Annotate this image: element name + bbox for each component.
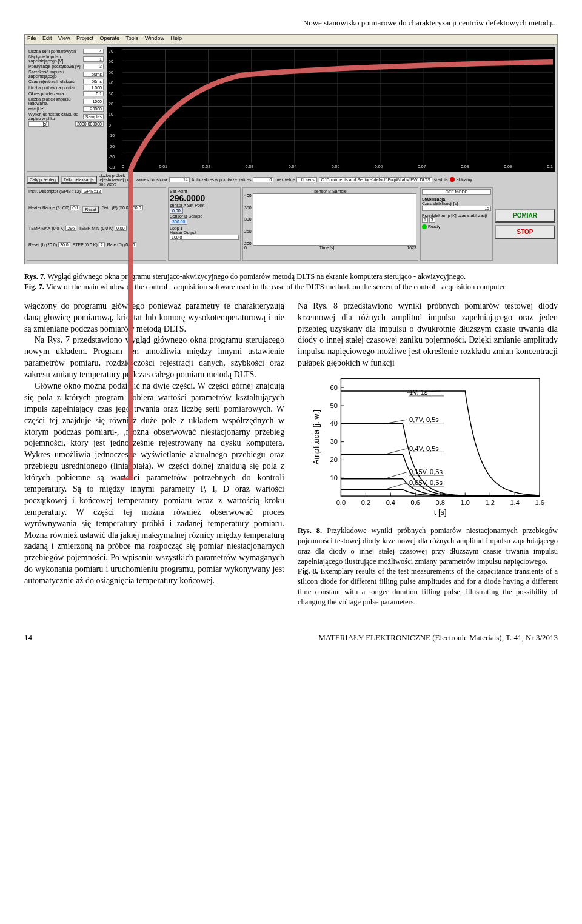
svg-text:t [s]: t [s] bbox=[434, 508, 447, 517]
tempmin-label: TEMP MIN (0.0 K) bbox=[79, 226, 113, 230]
caly-przebieg-button[interactable]: Cały przebieg bbox=[27, 176, 59, 184]
ytick: 400 bbox=[244, 193, 252, 198]
param-value[interactable]: 2000.000000 bbox=[75, 121, 104, 127]
ytick: -33 bbox=[109, 165, 121, 169]
ytick: 350 bbox=[244, 206, 252, 210]
param-label: Napięcie impulsu zapełniającego [V] bbox=[28, 55, 83, 63]
xtick: 0.08 bbox=[461, 164, 469, 172]
menu-file[interactable]: File bbox=[27, 35, 36, 41]
tylko-relaksacja-button[interactable]: Tylko relaksacja bbox=[61, 176, 97, 184]
param-value[interactable]: -3 bbox=[83, 64, 104, 69]
plot-xaxis: 0 0.01 0.02 0.03 0.04 0.05 0.06 0.07 0.0… bbox=[122, 164, 553, 172]
ytick: 0 bbox=[109, 123, 121, 127]
param-label: Polaryzacja początkowa [V] bbox=[28, 64, 81, 69]
main-plot: 70 60 50 40 30 20 10 0 -10 -20 -30 -33 bbox=[107, 47, 555, 172]
ytick: 20 bbox=[109, 102, 121, 106]
param-value[interactable]: 1 bbox=[83, 56, 104, 62]
ytick: -30 bbox=[109, 155, 121, 159]
param-label: Wybór jednostek czasu do zapisu w pliku bbox=[28, 112, 83, 121]
svg-text:0,05V, 0,5s: 0,05V, 0,5s bbox=[409, 479, 443, 486]
sensor-b-plot: sensor B Sample 400 350 300 250 200 0 bbox=[242, 187, 418, 261]
param-value[interactable]: Samples bbox=[83, 114, 104, 119]
menu-help[interactable]: Help bbox=[170, 35, 182, 41]
caption-label-pl: Rys. 8. bbox=[298, 526, 322, 535]
svg-text:0.8: 0.8 bbox=[436, 499, 445, 506]
step-label: STEP (0.0 K) bbox=[73, 243, 98, 247]
menu-edit[interactable]: Edit bbox=[42, 35, 52, 41]
ytick: 200 bbox=[244, 241, 252, 246]
ytick: -20 bbox=[109, 144, 121, 149]
instr-descriptor-label: Instr. Descriptor (GPIB : 12) bbox=[28, 189, 81, 193]
param-value[interactable]: 0.1 bbox=[83, 91, 104, 96]
svg-text:1.4: 1.4 bbox=[510, 499, 519, 506]
tempmax-value[interactable]: 296 bbox=[65, 226, 76, 231]
ytick: -10 bbox=[109, 133, 121, 138]
xtick: 0.03 bbox=[246, 164, 254, 172]
param-value[interactable]: 20000 bbox=[83, 106, 104, 112]
param-label: Liczba serii pomiarowych bbox=[28, 49, 76, 53]
ytick: 50 bbox=[109, 70, 121, 75]
reseti-label: Reset (I) (20.0) bbox=[28, 243, 57, 247]
tempmax-label: TEMP MAX (0.0 K) bbox=[28, 226, 64, 230]
journal-info: MATERIAŁY ELEKTRONICZNE (Electronic Mate… bbox=[318, 633, 558, 643]
ytick: 60 bbox=[109, 59, 121, 64]
caption-label-en: Fig. 8. bbox=[298, 567, 318, 575]
xtick: 0.04 bbox=[289, 164, 297, 172]
ytick: 250 bbox=[244, 229, 252, 233]
menu-operate[interactable]: Operate bbox=[99, 35, 119, 41]
caption-label-pl: Rys. 7. bbox=[24, 272, 45, 281]
reset-button[interactable]: Reset bbox=[82, 206, 99, 213]
step-value[interactable]: 2 bbox=[99, 242, 105, 247]
xtick: 1023 bbox=[407, 246, 416, 250]
caption-text-en: Exemplary results of the test measuremen… bbox=[298, 567, 558, 606]
xtick: 0 bbox=[244, 246, 247, 250]
page-number: 14 bbox=[24, 633, 32, 643]
xtick: 0.02 bbox=[202, 164, 210, 172]
plot-yaxis: 70 60 50 40 30 20 10 0 -10 -20 -30 -33 bbox=[109, 47, 121, 172]
ytick: 300 bbox=[244, 217, 252, 221]
param-label: Czas rejestracji relaksacji bbox=[28, 79, 76, 84]
sensor-b-plot-title: sensor B Sample bbox=[244, 189, 416, 193]
svg-text:0.2: 0.2 bbox=[361, 499, 370, 506]
param-label: Liczba próbek impulsu ładowania bbox=[28, 97, 83, 105]
figure-8-caption: Rys. 8. Przykładowe wyniki próbnych pomi… bbox=[298, 526, 558, 608]
xtick: 0.09 bbox=[504, 164, 512, 172]
menu-project[interactable]: Project bbox=[76, 35, 93, 41]
xtick: 0.07 bbox=[418, 164, 426, 172]
svg-text:0.6: 0.6 bbox=[411, 499, 420, 506]
xtick: 0.06 bbox=[375, 164, 383, 172]
param-value[interactable]: 1 000 bbox=[83, 85, 104, 90]
param-value[interactable]: 1000 bbox=[83, 99, 104, 104]
xtick: 0.05 bbox=[332, 164, 340, 172]
param-value[interactable]: 4 bbox=[83, 49, 104, 54]
ytick: 70 bbox=[109, 49, 121, 53]
param-value[interactable]: 50ms bbox=[83, 79, 104, 84]
xtick: 0.01 bbox=[159, 164, 167, 172]
menu-tools[interactable]: Tools bbox=[125, 35, 138, 41]
menubar: File Edit View Project Operate Tools Win… bbox=[25, 35, 557, 45]
reseti-value[interactable]: 20.0 bbox=[58, 242, 70, 247]
plot-curve bbox=[122, 49, 553, 480]
param-label: Okres powtarzania bbox=[28, 92, 64, 96]
xtick: 0 bbox=[122, 164, 124, 172]
menu-window[interactable]: Window bbox=[145, 35, 164, 41]
param-value[interactable]: 50ms bbox=[83, 72, 104, 77]
svg-text:1.0: 1.0 bbox=[461, 499, 470, 506]
labview-screenshot: File Edit View Project Operate Tools Win… bbox=[24, 34, 558, 264]
caption-label-en: Fig. 7. bbox=[24, 283, 44, 291]
param-value[interactable]: [s] bbox=[28, 121, 49, 127]
ytick: 40 bbox=[109, 81, 121, 85]
param-label: Liczba próbek na pomiar bbox=[28, 85, 75, 90]
svg-text:0.4: 0.4 bbox=[386, 499, 395, 506]
svg-text:1.2: 1.2 bbox=[485, 499, 494, 506]
heater-range-value[interactable]: Off bbox=[70, 205, 79, 210]
x-label: Time [s] bbox=[319, 246, 335, 250]
parameters-panel: Liczba serii pomiarowych4 Napięcie impul… bbox=[27, 47, 105, 172]
caption-text-pl: Przykładowe wyniki próbnych pomiarów nie… bbox=[298, 526, 558, 566]
instr-descriptor-value[interactable]: GPIB::12 bbox=[82, 189, 102, 194]
param-label: rate [Hz] bbox=[28, 107, 44, 111]
svg-text:0.0: 0.0 bbox=[336, 499, 346, 506]
menu-view[interactable]: View bbox=[58, 35, 70, 41]
ytick: 10 bbox=[109, 112, 121, 116]
heater-range-label: Heater Range (3: Off) bbox=[28, 206, 69, 210]
